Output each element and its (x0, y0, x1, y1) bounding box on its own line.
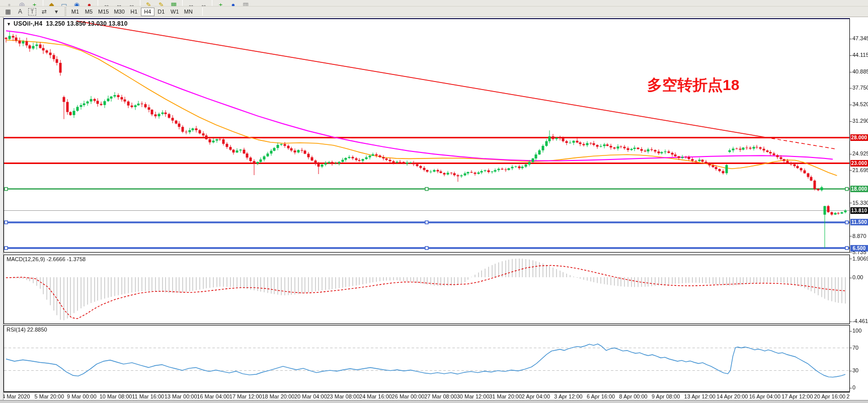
time-axis-label: 26 Mar 00:00 (392, 393, 425, 399)
tile-horizontal-icon[interactable]: ↔ (113, 0, 125, 7)
dropdown-caret-icon[interactable]: ▾ (50, 7, 62, 16)
price-tick: 40.885 (850, 68, 868, 74)
columns-icon[interactable]: ▥ (240, 0, 252, 7)
timeframe-button-m15[interactable]: M15 (96, 8, 111, 16)
price-level-badge: 13.810 (850, 207, 868, 214)
price-level-badge: 11.500 (850, 219, 868, 225)
time-axis-label: 11 Mar 16:00 (132, 393, 164, 399)
price-axis[interactable]: 47.34544.11540.88537.75034.52031.29024.9… (850, 18, 868, 392)
toolbar-separator (43, 0, 43, 6)
toolbar-separator (212, 0, 212, 6)
rsi-indicator-label: RSI(14) 22.8850 (7, 327, 47, 333)
pencil-icon[interactable]: ✎ (155, 0, 168, 7)
time-axis-label: 3 Apr 12:00 (554, 393, 582, 399)
time-axis-label: 17 Mar 12:00 (229, 393, 262, 399)
trading-platform-window: ▫◎+◆▭◉●↔↔↔✎✎▦↔↔+●▥ ▦AT⇄▾M1M5M15M30H1H4D1… (0, 0, 868, 403)
rsi-tick: 100 (850, 328, 861, 334)
templates-icon[interactable]: ▦ (2, 7, 14, 16)
time-axis-label: 13 Apr 12:00 (684, 393, 716, 399)
add-chart-icon[interactable]: + (214, 0, 227, 7)
chart-canvas[interactable] (0, 0, 868, 403)
macd-tick: 0.00 (850, 274, 863, 280)
window-bottom-edge (0, 400, 868, 403)
text-box-icon[interactable]: T (28, 8, 36, 16)
time-axis-label: 13 Mar 00:00 (165, 393, 197, 399)
grid-color-icon[interactable]: ▦ (168, 0, 180, 7)
text-label-icon[interactable]: A (14, 7, 26, 16)
tile-horizontal-icon[interactable]: ↔ (125, 0, 138, 7)
timeframe-button-m1[interactable]: M1 (68, 8, 82, 16)
pencil-icon[interactable]: ✎ (142, 0, 155, 7)
time-axis-label: 23 Mar 08:00 (327, 393, 360, 399)
macd-indicator-label: MACD(12,26,9) -2.6666 -1.3758 (7, 256, 86, 262)
rsi-tick: 0 (850, 384, 855, 390)
time-axis-label: 18 Mar 20:00 (262, 393, 294, 399)
time-axis-label: 9 Mar 00:00 (67, 393, 97, 399)
time-axis-label: 4 Mar 2020 (4, 393, 30, 399)
add-icon[interactable]: + (28, 0, 41, 7)
time-axis-label: 2 Apr 04:00 (522, 393, 550, 399)
time-axis-label: 21 Apr 22:00 (846, 393, 850, 399)
macd-tick: 1.9069 (850, 256, 868, 262)
timeframe-button-w1[interactable]: W1 (168, 8, 182, 16)
tile-horizontal-icon[interactable]: ↔ (197, 0, 210, 7)
symbol-timeframe-label: USOil-,H4 (14, 20, 42, 27)
toolbar-row-bottom: ▦AT⇄▾M1M5M15M30H1H4D1W1MN (0, 7, 868, 17)
price-level-badge: 23.000 (850, 160, 868, 167)
panel-icon[interactable]: ▭ (58, 0, 70, 7)
timeframe-button-m30[interactable]: M30 (111, 8, 127, 16)
window-left-edge (0, 17, 4, 400)
toolbar-separator (182, 0, 183, 6)
toolbar-separator (202, 8, 203, 16)
timeframe-button-d1[interactable]: D1 (154, 8, 168, 16)
price-level-badge: 28.000 (850, 134, 868, 141)
tile-horizontal-icon[interactable]: ↔ (185, 0, 197, 7)
time-axis-label: 6 Apr 16:00 (587, 393, 615, 399)
ohlc-values: 13.250 13.850 13.030 13.810 (46, 20, 127, 27)
diamond-icon[interactable]: ◆ (45, 0, 58, 7)
price-level-badge: 6.500 (850, 245, 868, 252)
price-level-badge: 18.000 (850, 186, 868, 192)
chart-annotation-text: 多空转折点18 (647, 75, 739, 96)
time-axis-label: 20 Mar 04:00 (294, 393, 327, 399)
window-icon[interactable]: ▫ (3, 0, 16, 7)
time-axis-label: 9 Apr 08:00 (652, 393, 680, 399)
record-icon[interactable]: ● (83, 0, 96, 7)
time-axis-label: 31 Mar 20:00 (489, 393, 522, 399)
rsi-tick: 70 (850, 345, 858, 351)
time-axis[interactable]: 4 Mar 20205 Mar 20:009 Mar 00:0010 Mar 0… (4, 392, 850, 400)
price-tick: 21.695 (850, 167, 868, 173)
price-tick: 8.870 (850, 233, 866, 239)
time-axis-label: 20 Apr 16:00 (814, 393, 845, 399)
price-tick: 24.925 (850, 150, 868, 156)
timeframe-button-h1[interactable]: H1 (127, 8, 141, 16)
price-tick: 37.750 (850, 85, 868, 91)
timeframe-button-mn[interactable]: MN (182, 8, 195, 16)
time-axis-label: 16 Mar 04:00 (197, 393, 229, 399)
toolbar-row-top: ▫◎+◆▭◉●↔↔↔✎✎▦↔↔+●▥ (0, 0, 868, 7)
time-axis-label: 17 Apr 12:00 (781, 393, 813, 399)
time-axis-label: 30 Mar 12:00 (457, 393, 490, 399)
time-axis-label: 27 Mar 08:00 (424, 393, 457, 399)
toolbar-separator (98, 0, 98, 6)
price-tick: 15.330 (850, 200, 868, 206)
time-axis-label: 8 Apr 00:00 (619, 393, 647, 399)
tile-horizontal-icon[interactable]: ↔ (100, 0, 113, 7)
macd-tick: -4.4614 (850, 318, 868, 324)
toolbar-drag-handle[interactable] (64, 8, 66, 16)
price-tick: 31.290 (850, 118, 868, 124)
chart-title[interactable]: ▼USOil-,H4 13.250 13.850 13.030 13.810 (7, 20, 128, 27)
chevron-down-icon[interactable]: ▼ (7, 22, 11, 27)
cycles-icon[interactable]: ⇄ (38, 7, 50, 16)
timeframe-button-m5[interactable]: M5 (82, 8, 96, 16)
toolbar-separator (140, 0, 140, 6)
zoom-icon[interactable]: ◎ (16, 0, 28, 7)
price-tick: 47.345 (850, 35, 868, 41)
globe-icon[interactable]: ◉ (70, 0, 83, 7)
circle-icon[interactable]: ● (227, 0, 240, 7)
time-axis-label: 5 Mar 20:00 (35, 393, 64, 399)
price-tick: 44.115 (850, 52, 868, 58)
time-axis-label: 16 Apr 04:00 (749, 393, 780, 399)
rsi-tick: 30 (850, 367, 858, 373)
timeframe-button-h4[interactable]: H4 (141, 8, 154, 16)
